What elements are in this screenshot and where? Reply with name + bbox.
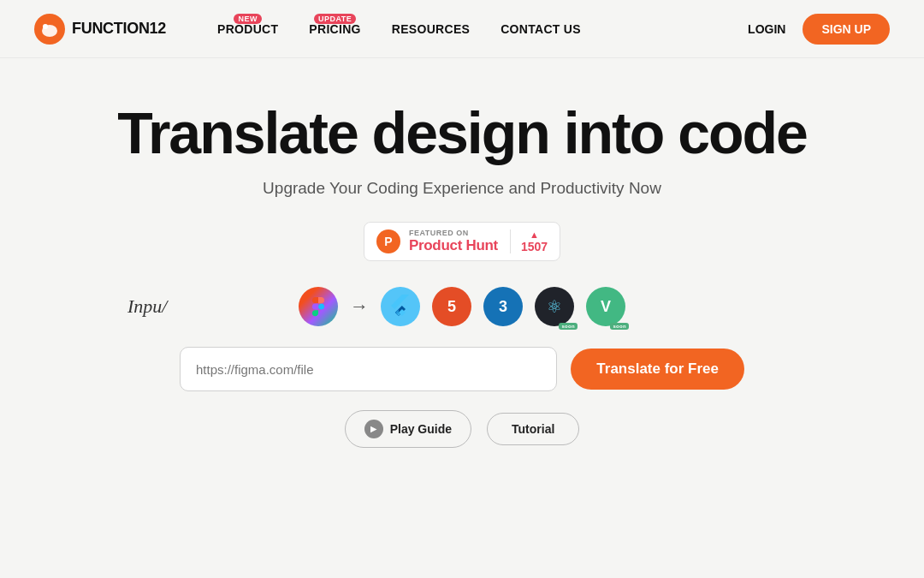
- nav-links: NEW PRODUCT UPDATE PRICING RESOURCES CON…: [217, 22, 748, 36]
- logo-text: FUNCTION12: [72, 20, 166, 38]
- hero-title: Translate design into code: [117, 103, 807, 164]
- tech-icons-row: Inpu/ →: [299, 287, 625, 326]
- tutorial-button[interactable]: Tutorial: [487, 413, 579, 445]
- flutter-icon: [381, 287, 420, 326]
- nav-label-contact: CONTACT US: [500, 22, 581, 36]
- ph-featured-label: FEATURED ON: [409, 229, 498, 237]
- logo-icon: [34, 14, 65, 45]
- signup-button[interactable]: SIGN UP: [803, 14, 890, 45]
- arrow-right-icon: →: [350, 295, 369, 318]
- product-hunt-badge[interactable]: P FEATURED ON Product Hunt ▲ 1507: [364, 222, 560, 261]
- ph-vote-count: 1507: [521, 240, 548, 253]
- input-label: Inpu/: [127, 295, 167, 318]
- nav-item-resources[interactable]: RESOURCES: [392, 22, 470, 36]
- css3-icon: 3: [483, 287, 523, 326]
- ph-text: FEATURED ON Product Hunt: [409, 229, 498, 254]
- ph-name: Product Hunt: [409, 237, 498, 254]
- play-icon: ▶: [364, 420, 383, 438]
- play-guide-button[interactable]: ▶ Play Guide: [345, 410, 471, 448]
- nav-item-product[interactable]: NEW PRODUCT: [217, 22, 278, 36]
- svg-point-2: [43, 24, 48, 29]
- nav-item-contact[interactable]: CONTACT US: [500, 22, 581, 36]
- html5-icon: 5: [432, 287, 471, 326]
- vue-icon: V soon: [586, 287, 625, 326]
- ph-votes-block: ▲ 1507: [510, 229, 548, 253]
- react-soon-badge: soon: [559, 323, 578, 330]
- ph-logo-icon: P: [376, 229, 400, 253]
- vue-soon-badge: soon: [610, 323, 629, 330]
- nav-item-pricing[interactable]: UPDATE PRICING: [309, 22, 360, 36]
- cta-buttons-row: ▶ Play Guide Tutorial: [345, 410, 580, 448]
- ph-arrow-icon: ▲: [530, 229, 539, 240]
- nav-badge-update: UPDATE: [314, 14, 356, 24]
- url-input-row: Translate for Free: [180, 347, 744, 391]
- hero-subtitle: Upgrade Your Coding Experience and Produ…: [263, 179, 661, 198]
- hero-section: Translate design into code Upgrade Your …: [0, 58, 924, 448]
- figma-icon: [299, 287, 338, 326]
- nav-label-pricing: PRICING: [309, 22, 360, 36]
- nav-badge-new: NEW: [234, 14, 262, 24]
- nav-right: LOGIN SIGN UP: [748, 14, 890, 45]
- translate-button[interactable]: Translate for Free: [571, 349, 744, 390]
- react-icon: ⚛ soon: [535, 287, 574, 326]
- nav-label-product: PRODUCT: [217, 22, 278, 36]
- nav-label-resources: RESOURCES: [392, 22, 470, 36]
- navigation: FUNCTION12 NEW PRODUCT UPDATE PRICING RE…: [0, 0, 924, 58]
- login-button[interactable]: LOGIN: [748, 22, 785, 36]
- logo[interactable]: FUNCTION12: [34, 14, 166, 45]
- play-guide-label: Play Guide: [390, 422, 452, 436]
- figma-url-input[interactable]: [180, 347, 557, 391]
